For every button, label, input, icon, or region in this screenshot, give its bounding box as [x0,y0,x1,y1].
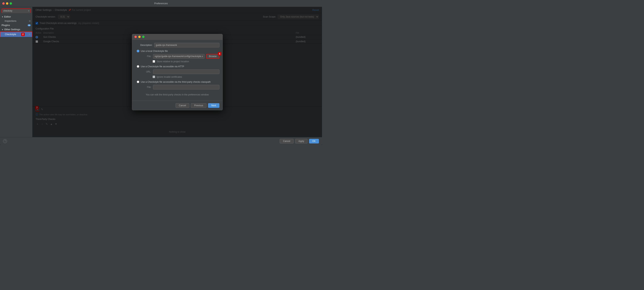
ok-button[interactable]: OK [309,139,319,144]
radio-group: Use a local Checkstyle file File: Browse… [135,50,220,89]
modal-cancel-button[interactable]: Cancel [176,103,189,108]
modal-max-button[interactable] [142,36,144,38]
search-clear-icon[interactable]: ✕ [28,10,30,12]
modal-previous-button[interactable]: Previous [191,103,206,108]
radio-classpath-label: Use a Checkstyle file accessible via the… [141,81,211,83]
modal-body: Description: Use a local Checkstyle file [132,40,222,101]
arrow-icon: ▼ [2,16,4,18]
description-field-row: Description: [135,43,220,47]
file-field-row: File: Browse 4 [135,54,220,59]
main-panel: Other Settings › Checkstyle 📌 For curren… [32,7,322,137]
sidebar-group-editor[interactable]: ▼ Editor [0,15,32,19]
radio-local-label: Use a local Checkstyle file [141,50,168,52]
radio-classpath[interactable] [137,81,139,83]
help-button[interactable]: ? [3,139,7,143]
url-input[interactable] [153,69,220,74]
description-input[interactable] [154,43,220,47]
maximize-button[interactable] [10,2,12,5]
editor-label: Editor [4,15,11,18]
checkstyle-label: Checkstyle [5,33,16,36]
other-settings-label: Other Settings [4,28,20,31]
modal-min-button[interactable] [138,36,140,38]
window-title: Preferences [154,2,168,5]
plugins-badge: 6 [28,24,31,26]
radio-http[interactable] [137,65,139,68]
modal-next-button[interactable]: Next [208,103,220,108]
window-footer: ? Cancel Apply OK [0,137,322,145]
url-label: URL: [140,70,152,73]
radio-classpath-row: Use a Checkstyle file accessible via the… [135,81,220,83]
search-box: ✕ [2,8,31,13]
cancel-button[interactable]: Cancel [280,139,294,144]
add-config-modal: Description: Use a local Checkstyle file [132,34,223,110]
minimize-button[interactable] [6,2,8,5]
title-bar: Preferences [0,0,322,7]
preferences-window: Preferences ✕ ▼ Editor Inspections ⚙ Plu… [0,0,322,145]
radio-http-label: Use a Checkstyle file accessible via HTT… [141,65,184,68]
plugins-label: Plugins [2,24,10,27]
modal-title-bar [132,34,222,40]
sidebar-section-other: ▼ Other Settings Checkstyle 2 ⚙ [0,27,32,37]
checkstyle-gear-icon: ⚙ [28,33,30,36]
invalid-cert-checkbox[interactable] [152,76,155,78]
inspections-label: Inspections [5,20,16,22]
radio-local[interactable] [137,50,139,52]
modal-overlay: Description: Use a local Checkstyle file [32,7,322,137]
sidebar-item-checkstyle[interactable]: Checkstyle 2 ⚙ [0,32,32,37]
gear-icon: ⚙ [29,20,31,22]
apply-button[interactable]: Apply [295,139,308,144]
modal-footer: Cancel Previous Next [132,101,222,110]
annotation-4: 4 [218,52,221,56]
classpath-file-input[interactable] [153,85,220,89]
classpath-file-row: File: [135,85,220,89]
search-input[interactable] [2,8,31,13]
sidebar-item-inspections[interactable]: Inspections ⚙ [0,19,32,23]
invalid-cert-row: Ignore invalid certificates [135,76,220,78]
invalid-cert-label: Ignore invalid certificates [157,76,182,78]
relative-checkbox[interactable] [152,60,155,63]
file-input[interactable] [153,54,205,59]
relative-label: Store relative to project location [157,60,189,63]
close-button[interactable] [2,2,5,5]
url-field-row: URL: [135,69,220,74]
content-area: ✕ ▼ Editor Inspections ⚙ Plugins 6 ▼ [0,7,322,137]
annotation-2: 2 [21,33,25,36]
sidebar-item-plugins[interactable]: Plugins 6 [0,23,32,27]
sidebar-section-editor: ▼ Editor Inspections ⚙ [0,15,32,23]
sidebar-group-other-settings[interactable]: ▼ Other Settings [0,27,32,32]
arrow-icon-other: ▼ [2,28,4,31]
radio-http-row: Use a Checkstyle file accessible via HTT… [135,65,220,68]
footer-right: Cancel Apply OK [280,139,319,144]
classpath-file-label: File: [140,86,152,89]
center-text: You can edit the third-party checks in t… [135,92,220,98]
radio-local-row: Use a local Checkstyle file [135,50,220,52]
traffic-lights [2,2,12,5]
description-label: Description: [135,44,152,46]
modal-close-button[interactable] [134,36,137,38]
relative-checkbox-row: Store relative to project location [135,60,220,63]
footer-left: ? [3,139,7,143]
sidebar: ✕ ▼ Editor Inspections ⚙ Plugins 6 ▼ [0,7,32,137]
browse-button[interactable]: Browse [206,54,219,59]
file-label: File: [140,55,152,58]
